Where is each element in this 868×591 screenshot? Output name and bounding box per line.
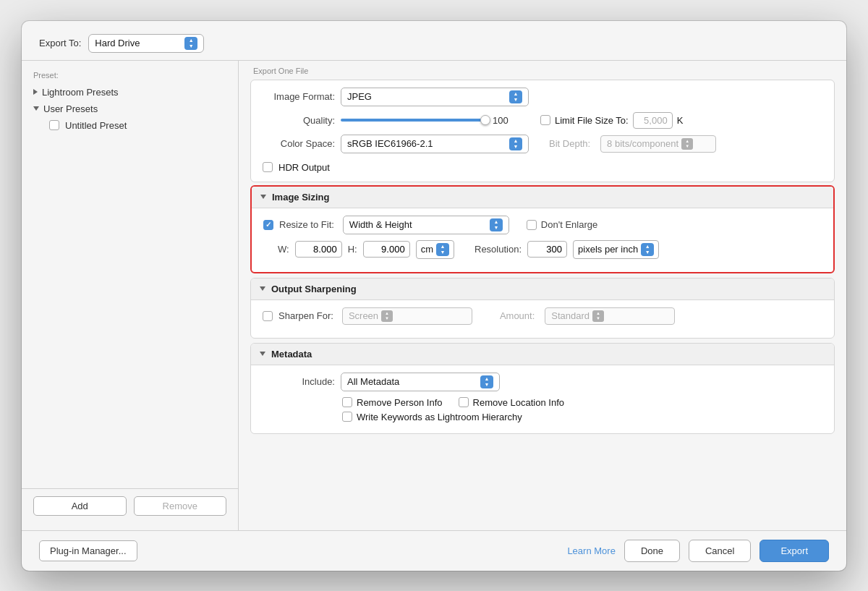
resize-to-fit-value: Width & Height (349, 219, 485, 230)
export-button[interactable]: Export (760, 540, 829, 562)
sidebar-sub-item-untitled[interactable]: Untitled Preset (22, 117, 238, 134)
metadata-header[interactable]: Metadata (251, 344, 834, 365)
dialog-top-bar: Export To: Hard Drive ▲▼ (22, 21, 846, 61)
export-to-select[interactable]: Hard Drive ▲▼ (88, 34, 204, 53)
hdr-checkbox[interactable] (263, 162, 273, 172)
amount-stepper[interactable]: ▲▼ (592, 310, 604, 322)
output-sharpening-chevron-icon (260, 286, 265, 291)
output-sharpening-header[interactable]: Output Sharpening (251, 279, 834, 300)
image-sizing-chevron-icon (260, 195, 266, 199)
include-row: Include: All Metadata ▲▼ (263, 373, 822, 391)
sidebar-spacer (22, 134, 238, 488)
remove-person-checkbox[interactable] (342, 397, 352, 407)
include-value: All Metadata (347, 376, 476, 387)
image-sizing-title: Image Sizing (272, 192, 329, 203)
remove-button[interactable]: Remove (134, 496, 227, 516)
unit-value: cm (421, 244, 433, 255)
sidebar-item-lightroom-presets[interactable]: Lightroom Presets (22, 84, 238, 101)
ppi-select[interactable]: pixels per inch ▲▼ (573, 240, 659, 259)
color-space-select[interactable]: sRGB IEC61966-2.1 ▲▼ (341, 135, 529, 153)
write-keywords-label: Write Keywords as Lightroom Hierarchy (357, 412, 522, 422)
quality-slider-thumb[interactable] (480, 115, 490, 125)
sidebar-buttons: Add Remove (22, 488, 238, 523)
include-stepper[interactable]: ▲▼ (480, 375, 493, 388)
untitled-preset-checkbox[interactable] (49, 120, 59, 130)
remove-location-label: Remove Location Info (473, 397, 564, 408)
image-sizing-body: Resize to Fit: Width & Height ▲▼ Don't E… (252, 208, 833, 272)
unit-stepper[interactable]: ▲▼ (436, 243, 449, 256)
image-format-select[interactable]: JPEG ▲▼ (341, 88, 529, 106)
color-space-row: Color Space: sRGB IEC61966-2.1 ▲▼ Bit De… (263, 135, 822, 153)
file-settings-section: Image Format: JPEG ▲▼ Quality: 100 (250, 80, 835, 182)
cancel-button[interactable]: Cancel (689, 540, 751, 562)
image-format-row: Image Format: JPEG ▲▼ (263, 88, 822, 106)
sharpen-for-row: Sharpen For: Screen ▲▼ Amount: Standard … (263, 307, 822, 325)
image-sizing-header[interactable]: Image Sizing (252, 187, 833, 208)
bit-depth-value: 8 bits/component (607, 138, 678, 149)
bit-depth-select[interactable]: 8 bits/component ▲▼ (600, 135, 716, 153)
include-label: Include: (263, 376, 335, 387)
sharpen-for-stepper[interactable]: ▲▼ (381, 310, 393, 322)
remove-person-label: Remove Person Info (357, 397, 443, 408)
dont-enlarge-container: Don't Enlarge (527, 219, 597, 230)
resolution-input[interactable] (527, 241, 567, 258)
resize-to-fit-row: Resize to Fit: Width & Height ▲▼ Don't E… (263, 216, 822, 234)
hdr-row: HDR Output (263, 159, 822, 174)
color-space-label: Color Space: (263, 138, 335, 149)
export-to-label: Export To: (39, 38, 81, 48)
write-keywords-row: Write Keywords as Lightroom Hierarchy (342, 412, 822, 422)
done-button[interactable]: Done (624, 540, 680, 562)
user-presets-label: User Presets (43, 103, 98, 114)
lightroom-presets-label: Lightroom Presets (42, 87, 119, 98)
ppi-stepper[interactable]: ▲▼ (641, 243, 654, 256)
bit-depth-stepper[interactable]: ▲▼ (681, 138, 693, 150)
main-content: Export One File Image Format: JPEG ▲▼ Qu… (239, 61, 846, 530)
export-dialog: Export To: Hard Drive ▲▼ Preset: Lightro… (22, 21, 846, 571)
remove-location-checkbox[interactable] (459, 397, 469, 407)
untitled-preset-label: Untitled Preset (65, 120, 127, 131)
w-input[interactable] (295, 241, 342, 258)
metadata-chevron-icon (260, 352, 265, 356)
amount-select[interactable]: Standard ▲▼ (545, 307, 675, 325)
add-button[interactable]: Add (33, 496, 127, 516)
quality-slider-track[interactable] (341, 119, 485, 122)
resize-to-fit-select[interactable]: Width & Height ▲▼ (343, 216, 509, 234)
color-space-stepper[interactable]: ▲▼ (509, 137, 522, 150)
export-to-stepper[interactable]: ▲▼ (184, 37, 197, 50)
quality-value: 100 (493, 115, 513, 126)
write-keywords-checkbox[interactable] (342, 412, 352, 422)
image-format-value: JPEG (347, 91, 505, 102)
chevron-right-icon (33, 89, 38, 95)
plugin-manager-button[interactable]: Plug-in Manager... (39, 540, 137, 561)
limit-file-input[interactable] (633, 112, 673, 129)
include-select[interactable]: All Metadata ▲▼ (341, 373, 500, 391)
wh-resolution-row: W: H: cm ▲▼ Resolution: pixels per inch … (263, 240, 822, 259)
export-to-value: Hard Drive (95, 38, 180, 48)
h-input[interactable] (363, 241, 410, 258)
sidebar-item-user-presets[interactable]: User Presets (22, 101, 238, 117)
amount-label: Amount: (500, 310, 535, 321)
quality-row: Quality: 100 Limit File Size To: K (263, 112, 822, 129)
metadata-section: Metadata Include: All Metadata ▲▼ Re (250, 343, 835, 434)
unit-select[interactable]: cm ▲▼ (416, 240, 454, 259)
image-format-label: Image Format: (263, 91, 335, 102)
sharpen-for-value: Screen (349, 310, 378, 321)
output-sharpening-body: Sharpen For: Screen ▲▼ Amount: Standard … (251, 300, 834, 338)
dont-enlarge-checkbox[interactable] (527, 220, 537, 230)
h-label: H: (348, 244, 357, 255)
metadata-body: Include: All Metadata ▲▼ Remove Person I… (251, 365, 834, 433)
resize-to-fit-checkbox[interactable] (263, 220, 273, 230)
limit-file-label: Limit File Size To: (555, 115, 629, 126)
limit-file-checkbox[interactable] (540, 115, 550, 125)
quality-slider-row: 100 (341, 115, 513, 126)
sharpen-for-checkbox[interactable] (263, 311, 273, 321)
learn-more-link[interactable]: Learn More (567, 545, 615, 556)
image-format-stepper[interactable]: ▲▼ (509, 90, 522, 103)
sidebar: Preset: Lightroom Presets User Presets U… (22, 61, 239, 530)
quality-label: Quality: (263, 115, 335, 126)
sharpen-for-select[interactable]: Screen ▲▼ (342, 307, 472, 325)
resize-to-fit-stepper[interactable]: ▲▼ (490, 218, 503, 231)
w-label: W: (278, 244, 289, 255)
bit-depth-label: Bit Depth: (549, 138, 590, 149)
limit-file-row: Limit File Size To: K (540, 112, 683, 129)
